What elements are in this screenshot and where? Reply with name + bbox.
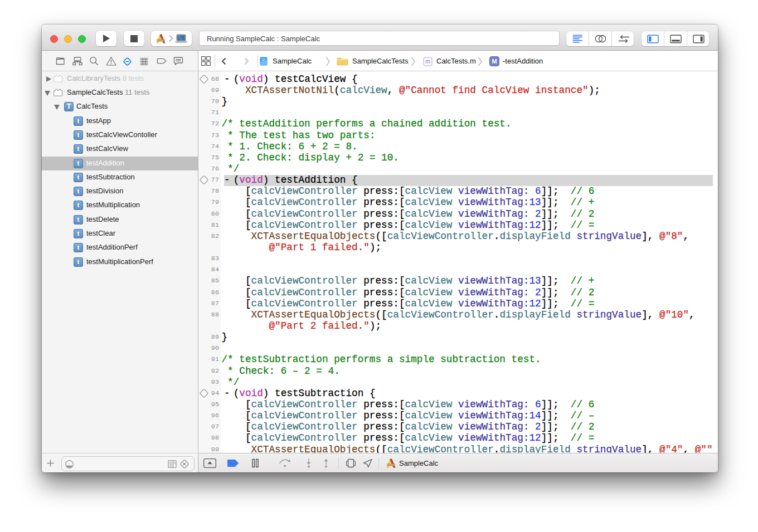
svg-text:M: M — [492, 58, 497, 65]
svg-text:m: m — [425, 58, 430, 65]
